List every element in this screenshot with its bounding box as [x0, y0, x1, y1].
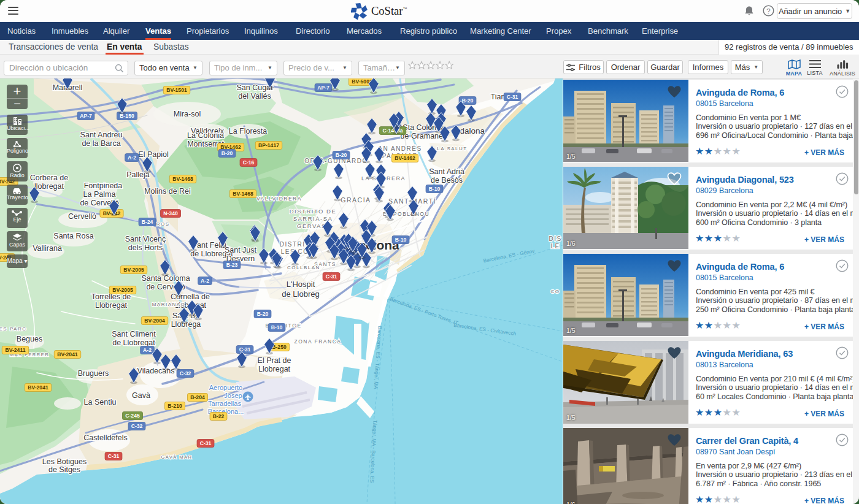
- svg-text:de Llobreg: de Llobreg: [282, 289, 319, 299]
- svg-text:Aeropuerto: Aeropuerto: [209, 384, 242, 391]
- svg-text:Sant Climent: Sant Climent: [112, 330, 156, 338]
- svg-text:Sant Just: Sant Just: [225, 246, 257, 254]
- svg-text:BV-1501: BV-1501: [166, 87, 187, 93]
- svg-text:A-2: A-2: [143, 347, 152, 353]
- svg-text:Llobregat: Llobregat: [258, 365, 291, 373]
- svg-text:Sant Andreu: Sant Andreu: [80, 131, 123, 139]
- svg-text:llobregat: llobregat: [34, 182, 64, 191]
- svg-text:dels Horts: dels Horts: [128, 243, 163, 252]
- svg-text:ZONA FRANCA: ZONA FRANCA: [295, 338, 342, 345]
- svg-text:VALLVIDRERA: VALLVIDRERA: [256, 196, 302, 202]
- svg-text:B-20: B-20: [257, 311, 269, 317]
- svg-text:La Palma: La Palma: [83, 190, 116, 199]
- svg-text:B-23: B-23: [226, 262, 238, 268]
- svg-text:BV-2041: BV-2041: [57, 351, 78, 357]
- svg-text:BV-2005: BV-2005: [123, 267, 144, 273]
- svg-text:C-31: C-31: [507, 94, 518, 100]
- svg-text:C-31: C-31: [200, 440, 212, 446]
- svg-text:B-10: B-10: [271, 324, 283, 330]
- svg-text:BP-1417: BP-1417: [258, 142, 279, 148]
- svg-text:BV-1462: BV-1462: [395, 155, 415, 161]
- svg-text:LE: LE: [550, 243, 560, 250]
- svg-text:de Sitges: de Sitges: [48, 465, 80, 474]
- svg-text:A-2: A-2: [128, 155, 136, 161]
- svg-text:DISTRITO DE: DISTRITO DE: [290, 208, 337, 215]
- svg-text:A-2: A-2: [201, 278, 209, 284]
- svg-text:BV-2041: BV-2041: [28, 384, 48, 391]
- svg-text:Sant Adrià: Sant Adrià: [429, 167, 464, 176]
- svg-text:BV-2004: BV-2004: [144, 318, 165, 324]
- svg-text:C-32: C-32: [131, 423, 143, 429]
- svg-text:B-20: B-20: [336, 152, 347, 158]
- svg-text:AP-7: AP-7: [80, 113, 92, 119]
- svg-text:ES PARC: ES PARC: [0, 326, 27, 332]
- svg-text:B-22: B-22: [213, 413, 225, 419]
- svg-text:del Vallés: del Vallés: [238, 92, 271, 101]
- svg-text:C-16: C-16: [243, 159, 255, 166]
- svg-text:C-31: C-31: [108, 453, 120, 459]
- svg-text:C-31: C-31: [326, 273, 337, 280]
- svg-text:Castelldefels: Castelldefels: [83, 433, 128, 442]
- svg-text:LA SALUT: LA SALUT: [437, 146, 467, 151]
- svg-text:Sant Vicenç: Sant Vicenç: [125, 235, 166, 243]
- svg-text:Viladecans: Viladecans: [137, 367, 175, 375]
- svg-text:GRACIA: GRACIA: [341, 196, 371, 204]
- svg-text:El Papiol: El Papiol: [138, 150, 168, 159]
- svg-text:AP-7: AP-7: [317, 85, 329, 91]
- svg-text:MARIANAO: MARIANAO: [152, 302, 186, 307]
- svg-text:B-204: B-204: [190, 394, 205, 400]
- svg-text:Les Botigues: Les Botigues: [42, 457, 87, 466]
- svg-text:B-10: B-10: [429, 186, 441, 192]
- svg-text:Vallirana: Vallirana: [33, 244, 62, 253]
- svg-text:Begues: Begues: [17, 335, 42, 343]
- svg-text:DIS: DIS: [549, 235, 561, 242]
- svg-text:GAVÀ MAR: GAVÀ MAR: [161, 454, 192, 460]
- svg-text:B-20: B-20: [221, 150, 233, 156]
- svg-text:C-245: C-245: [125, 413, 140, 419]
- svg-text:Cornellà de: Cornellà de: [171, 292, 210, 301]
- svg-text:de Besòs: de Besòs: [431, 176, 463, 185]
- svg-text:B-10: B-10: [395, 237, 407, 243]
- svg-text:Santa Rosa: Santa Rosa: [53, 232, 93, 240]
- svg-text:Tarradellas: Tarradellas: [208, 400, 241, 407]
- svg-text:Josep: Josep: [224, 392, 242, 399]
- svg-text:BV-1468: BV-1468: [172, 176, 193, 182]
- svg-text:C-32: C-32: [180, 370, 191, 376]
- svg-text:Fontpineda: Fontpineda: [84, 181, 123, 190]
- svg-text:L'Hospit: L'Hospit: [287, 280, 315, 289]
- svg-text:Gavà: Gavà: [132, 391, 150, 400]
- svg-text:Llobregat: Llobregat: [95, 301, 128, 310]
- svg-text:Mira-sol: Mira-sol: [174, 110, 201, 118]
- svg-text:B-20: B-20: [462, 97, 474, 104]
- svg-text:La Colònia: La Colònia: [187, 131, 224, 140]
- svg-text:Corbera de: Corbera de: [30, 174, 69, 182]
- svg-text:Cervelló: Cervelló: [68, 212, 96, 221]
- svg-text:B-210: B-210: [168, 403, 182, 409]
- svg-text:La Sentiu: La Sentiu: [84, 398, 117, 407]
- svg-text:BV-2005: BV-2005: [112, 287, 133, 293]
- svg-text:El Prat de: El Prat de: [258, 356, 291, 365]
- svg-text:CO: CO: [551, 289, 560, 294]
- svg-text:Bruguers: Bruguers: [78, 369, 109, 378]
- svg-text:de la Barca: de la Barca: [82, 139, 120, 148]
- svg-text:BV-2411: BV-2411: [6, 347, 26, 353]
- svg-text:COLLBLAN: COLLBLAN: [287, 265, 320, 270]
- svg-text:La Floresta: La Floresta: [229, 127, 268, 136]
- svg-text:?: ?: [766, 7, 770, 15]
- svg-text:N-340: N-340: [163, 210, 178, 216]
- svg-text:Molins de Rei: Molins de Rei: [144, 187, 191, 196]
- svg-text:B-24: B-24: [142, 219, 153, 225]
- svg-text:C-31: C-31: [239, 346, 251, 353]
- svg-text:BV-1468: BV-1468: [233, 191, 253, 197]
- svg-text:de Llobregat: de Llobregat: [112, 338, 155, 347]
- svg-text:AN ANDRÉS: AN ANDRÉS: [378, 145, 422, 152]
